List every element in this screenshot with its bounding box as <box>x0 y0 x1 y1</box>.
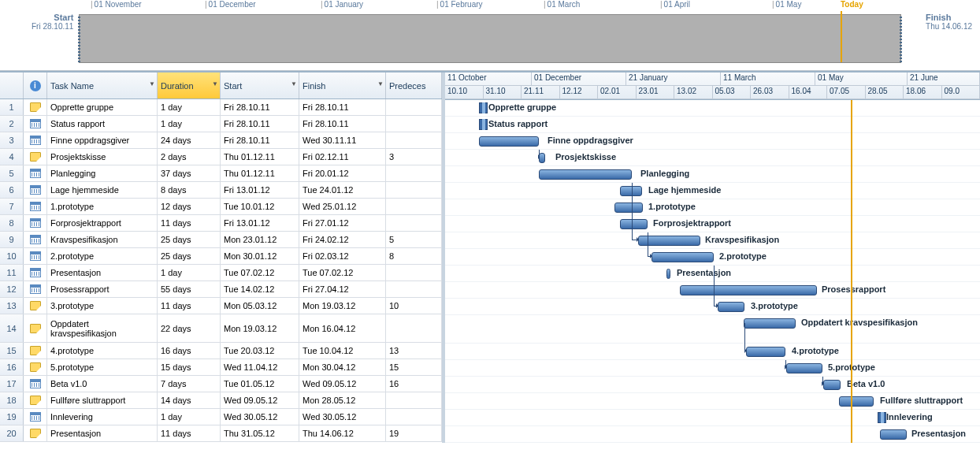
task-row[interactable]: 20Presentasjon11 daysThu 31.05.12Thu 14.… <box>0 425 442 442</box>
duration-cell[interactable]: 25 days <box>158 248 221 264</box>
row-number[interactable]: 1 <box>0 99 24 115</box>
predecessor-cell[interactable]: 13 <box>386 343 442 359</box>
predecessor-cell[interactable] <box>386 99 442 115</box>
task-name-cell[interactable]: Prosessrapport <box>47 281 158 297</box>
finish-cell[interactable]: Tue 07.02.12 <box>299 265 386 281</box>
row-number[interactable]: 10 <box>0 248 24 264</box>
predecessor-cell[interactable] <box>386 265 442 281</box>
task-row[interactable]: 1Opprette gruppe1 dayFri 28.10.11Fri 28.… <box>0 99 442 116</box>
milestone-icon[interactable] <box>878 412 886 423</box>
task-name-cell[interactable]: Beta v1.0 <box>47 376 158 392</box>
task-indicator[interactable] <box>24 248 47 264</box>
task-indicator[interactable] <box>24 298 47 314</box>
gantt-row[interactable]: Prosjektskisse <box>445 150 980 166</box>
chevron-down-icon[interactable]: ▼ <box>377 80 384 87</box>
duration-cell[interactable]: 2 days <box>158 149 221 165</box>
task-row[interactable]: 18Fullføre sluttrapport14 daysWed 09.05.… <box>0 392 442 409</box>
chevron-down-icon[interactable]: ▼ <box>149 80 155 87</box>
start-cell[interactable]: Thu 01.12.11 <box>221 149 299 165</box>
gantt-row[interactable]: Finne oppdragsgiver <box>445 133 980 150</box>
task-name-cell[interactable]: Presentasjon <box>47 425 158 441</box>
gantt-bar[interactable] <box>666 269 670 279</box>
gantt-bar[interactable] <box>539 169 632 180</box>
start-cell[interactable]: Tue 07.02.12 <box>221 265 299 281</box>
start-cell[interactable]: Mon 30.01.12 <box>221 248 299 264</box>
task-row[interactable]: 133.prototype11 daysMon 05.03.12Mon 19.0… <box>0 298 442 314</box>
task-row[interactable]: 2Status rapport1 dayFri 28.10.11Fri 28.1… <box>0 116 442 132</box>
duration-cell[interactable]: 15 days <box>158 359 221 375</box>
task-indicator[interactable] <box>24 132 47 148</box>
duration-cell[interactable]: 25 days <box>158 232 221 247</box>
finish-cell[interactable]: Fri 28.10.11 <box>299 99 386 115</box>
finish-cell[interactable]: Mon 19.03.12 <box>299 298 386 314</box>
gantt-row[interactable]: 4.prototype <box>445 344 980 360</box>
col-taskname[interactable]: Task Name▼ <box>47 72 158 98</box>
row-number[interactable]: 7 <box>0 199 24 214</box>
duration-cell[interactable]: 11 days <box>158 215 221 231</box>
start-cell[interactable]: Fri 13.01.12 <box>221 182 299 198</box>
task-row[interactable]: 19Innlevering1 dayWed 30.05.12Wed 30.05.… <box>0 409 442 425</box>
predecessor-cell[interactable]: 19 <box>386 425 442 441</box>
task-name-cell[interactable]: Finne oppdragsgiver <box>47 132 158 148</box>
duration-cell[interactable]: 7 days <box>158 376 221 392</box>
gantt-row[interactable]: Kravspesifikasjon <box>445 232 980 249</box>
gantt-bar[interactable] <box>620 186 642 196</box>
task-name-cell[interactable]: Lage hjemmeside <box>47 182 158 198</box>
task-name-cell[interactable]: Innlevering <box>47 409 158 425</box>
task-name-cell[interactable]: Fullføre sluttrapport <box>47 392 158 408</box>
col-finish[interactable]: Finish▼ <box>299 72 386 98</box>
task-name-cell[interactable]: 3.prototype <box>47 298 158 314</box>
task-indicator[interactable] <box>24 392 47 408</box>
task-row[interactable]: 154.prototype16 daysTue 20.03.12Tue 10.0… <box>0 343 442 359</box>
task-row[interactable]: 4Prosjektskisse2 daysThu 01.12.11Fri 02.… <box>0 149 442 165</box>
milestone-icon[interactable] <box>479 102 488 113</box>
task-name-cell[interactable]: Status rapport <box>47 116 158 132</box>
finish-cell[interactable]: Fri 27.04.12 <box>299 281 386 297</box>
predecessor-cell[interactable] <box>386 182 442 198</box>
finish-cell[interactable]: Fri 02.03.12 <box>299 248 386 264</box>
gantt-bar[interactable] <box>744 318 796 329</box>
duration-cell[interactable]: 16 days <box>158 343 221 359</box>
duration-cell[interactable]: 37 days <box>158 165 221 181</box>
row-number[interactable]: 6 <box>0 182 24 198</box>
start-cell[interactable]: Wed 30.05.12 <box>221 409 299 425</box>
gantt-row[interactable]: Prosessrapport <box>445 282 980 299</box>
duration-cell[interactable]: 14 days <box>158 392 221 408</box>
start-cell[interactable]: Fri 28.10.11 <box>221 99 299 115</box>
task-indicator[interactable] <box>24 232 47 247</box>
row-number[interactable]: 15 <box>0 343 24 359</box>
task-row[interactable]: 6Lage hjemmeside8 daysFri 13.01.12Tue 24… <box>0 182 442 199</box>
gantt-row[interactable]: Status rapport <box>445 117 980 133</box>
task-row[interactable]: 8Forprosjektrapport11 daysFri 13.01.12Fr… <box>0 215 442 232</box>
gantt-row[interactable]: Fullføre sluttrapport <box>445 393 980 410</box>
finish-cell[interactable]: Mon 28.05.12 <box>299 392 386 408</box>
start-cell[interactable]: Mon 19.03.12 <box>221 314 299 342</box>
gantt-bar[interactable] <box>680 285 817 295</box>
start-cell[interactable]: Fri 28.10.11 <box>221 132 299 148</box>
task-indicator[interactable] <box>24 425 47 441</box>
row-number[interactable]: 17 <box>0 376 24 392</box>
row-number[interactable]: 13 <box>0 298 24 314</box>
task-indicator[interactable] <box>24 215 47 231</box>
task-row[interactable]: 3Finne oppdragsgiver24 daysFri 28.10.11W… <box>0 132 442 149</box>
predecessor-cell[interactable] <box>386 165 442 181</box>
gantt-bar[interactable] <box>786 363 822 373</box>
gantt-bar[interactable] <box>718 302 744 312</box>
gantt-bar[interactable] <box>746 347 785 357</box>
gantt-bar[interactable] <box>823 380 841 390</box>
predecessor-cell[interactable] <box>386 281 442 297</box>
task-name-cell[interactable]: Oppdatert kravspesifikasjon <box>47 314 158 342</box>
task-indicator[interactable] <box>24 116 47 132</box>
gantt-row[interactable]: Opprette gruppe <box>445 100 980 117</box>
task-row[interactable]: 102.prototype25 daysMon 30.01.12Fri 02.0… <box>0 248 442 265</box>
duration-cell[interactable]: 12 days <box>158 199 221 214</box>
gantt-bar[interactable] <box>839 396 874 407</box>
start-cell[interactable]: Thu 01.12.11 <box>221 165 299 181</box>
task-indicator[interactable] <box>24 265 47 281</box>
row-number[interactable]: 18 <box>0 392 24 408</box>
predecessor-cell[interactable] <box>386 314 442 342</box>
predecessor-cell[interactable] <box>386 215 442 231</box>
finish-cell[interactable]: Mon 30.04.12 <box>299 359 386 375</box>
chevron-down-icon[interactable]: ▼ <box>291 80 297 87</box>
col-duration[interactable]: Duration▼ <box>158 72 221 98</box>
